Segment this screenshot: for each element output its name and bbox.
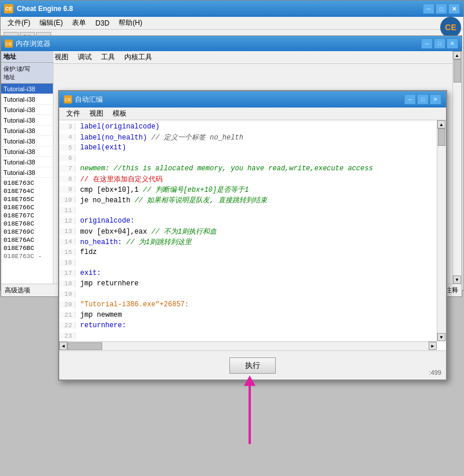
minimize-button[interactable]: ─ xyxy=(423,3,434,14)
code-line-12: 12 originalcode: xyxy=(59,216,446,226)
auto-asm-menu-template[interactable]: 模板 xyxy=(108,108,131,120)
addr-row: 018E76AC xyxy=(1,236,53,244)
list-item[interactable]: Tutorial-i38 xyxy=(1,126,53,136)
menu-table[interactable]: 表单 xyxy=(67,17,91,29)
code-line-18: 18 jmp returnhere xyxy=(59,278,446,289)
code-line-10: 10 je no_health // 如果相等说明是队友, 直接跳转到结束 xyxy=(59,195,446,205)
auto-asm-maximize-button[interactable]: □ xyxy=(417,94,429,105)
mem-browser-title: 内存浏览器 xyxy=(16,39,421,49)
auto-asm-menu-file[interactable]: 文件 xyxy=(62,108,85,120)
code-line-8: 8 // 在这里添加自定义代码 xyxy=(59,174,446,184)
mem-menu-debug[interactable]: 调试 xyxy=(73,51,96,63)
main-title: Cheat Engine 6.8 xyxy=(17,5,423,13)
mem-menu-view[interactable]: 视图 xyxy=(50,51,73,63)
code-line-4: 4 label(no_health) // 定义一个标签 no_helth xyxy=(59,132,446,142)
code-line-6: 6 xyxy=(59,153,446,163)
code-line-16: 16 xyxy=(59,257,446,268)
scroll-right-btn[interactable]: ► xyxy=(429,342,437,350)
code-line-11: 11 xyxy=(59,205,446,216)
main-menu-bar: 文件(F) 编辑(E) 表单 D3D 帮助(H) xyxy=(1,17,463,30)
mem-menu-tools[interactable]: 工具 xyxy=(96,51,120,63)
auto-asm-code-area[interactable]: 3 label(originalcode) 4 label(no_health)… xyxy=(59,120,446,350)
menu-file[interactable]: 文件(F) xyxy=(3,17,35,29)
scroll-down-button[interactable]: ▼ xyxy=(453,275,461,284)
list-item[interactable]: Tutorial-i38 xyxy=(1,115,53,126)
auto-asm-close-button[interactable]: ✕ xyxy=(430,94,441,105)
scroll-thumb[interactable] xyxy=(454,59,461,83)
main-title-bar: CE Cheat Engine 6.8 ─ □ ✕ xyxy=(1,1,463,17)
code-scrollbar-h[interactable]: ◄ ► xyxy=(59,341,437,350)
auto-asm-title-bar: CE 自动汇编 ─ □ ✕ xyxy=(59,91,446,108)
code-line-15: 15 fldz xyxy=(59,247,446,257)
code-line-19: 19 xyxy=(59,289,446,299)
list-item[interactable]: Tutorial-i38 xyxy=(1,167,53,178)
close-button[interactable]: ✕ xyxy=(448,3,460,14)
list-item[interactable]: Tutorial-i38 xyxy=(1,94,53,105)
code-line-5: 5 label(exit) xyxy=(59,142,446,153)
code-line-17: 17 exit: xyxy=(59,268,446,278)
code-line-13: 13 mov [ebx+04],eax // 不为1则执行和血 xyxy=(59,226,446,237)
scroll-up-btn[interactable]: ▲ xyxy=(437,120,445,128)
mem-close-button[interactable]: ✕ xyxy=(447,38,458,49)
code-line-20: 20 "Tutorial-i386.exe"+26857: xyxy=(59,299,446,310)
addr-row: 018E764C xyxy=(1,187,53,195)
addr-row: 018E769C xyxy=(1,228,53,236)
address-header: 地址 xyxy=(1,51,53,63)
auto-asm-menu-view[interactable]: 视图 xyxy=(85,108,108,120)
scroll-up-button[interactable]: ▲ xyxy=(453,51,461,59)
list-item[interactable]: Tutorial-i38 xyxy=(1,105,53,115)
auto-asm-menu-bar: 文件 视图 模板 xyxy=(59,108,446,120)
arrow-shaft xyxy=(249,386,251,444)
list-item[interactable]: Tutorial-i38 xyxy=(1,146,53,157)
bottom-address-list: 018E763C 018E764C 018E765C 018E766C 018E… xyxy=(1,179,53,284)
ce-logo: CE xyxy=(440,17,461,38)
code-editor[interactable]: 3 label(originalcode) 4 label(no_health)… xyxy=(59,120,446,350)
auto-asm-icon: CE xyxy=(64,95,72,103)
addr-row: 018E763C xyxy=(1,179,53,187)
addr-row: 018E766C xyxy=(1,203,53,212)
code-line-14: 14 no_health: // 为1则跳转到这里 xyxy=(59,237,446,247)
mem-minimize-button[interactable]: ─ xyxy=(421,38,433,49)
mem-maximize-button[interactable]: □ xyxy=(434,38,445,49)
scroll-down-btn[interactable]: ▼ xyxy=(437,333,445,341)
code-line-3: 3 label(originalcode) xyxy=(59,121,446,132)
auto-asm-title-text: 自动汇编 xyxy=(75,95,404,105)
menu-help[interactable]: 帮助(H) xyxy=(114,17,147,29)
status-code: :499 xyxy=(429,369,441,376)
mem-menu-bar: 文件 搜索 视图 调试 工具 内核工具 xyxy=(1,51,462,64)
mem-browser-title-bar: CE 内存浏览器 ─ □ ✕ xyxy=(1,36,462,51)
code-line-7: 7 newmem: //this is allocated memory, yo… xyxy=(59,163,446,174)
arrow-head xyxy=(244,375,256,386)
addr-row: 018E76BC xyxy=(1,244,53,252)
code-line-22: 22 returnhere: xyxy=(59,320,446,331)
code-scrollbar-v[interactable]: ▲ ▼ xyxy=(437,120,446,341)
scroll-left-btn[interactable]: ◄ xyxy=(59,342,67,350)
execute-button[interactable]: 执行 xyxy=(229,357,276,374)
auto-asm-minimize-button[interactable]: ─ xyxy=(404,94,416,105)
mem-menu-kernel[interactable]: 内核工具 xyxy=(120,51,157,63)
code-line-21: 21 jmp newmem xyxy=(59,310,446,320)
list-item[interactable]: Tutorial-i38 xyxy=(1,84,53,94)
scroll-thumb-v[interactable] xyxy=(438,128,445,146)
code-line-9: 9 cmp [ebx+10],1 // 判断编号[ebx+10]是否等于1 xyxy=(59,184,446,195)
auto-asm-dialog: CE 自动汇编 ─ □ ✕ 文件 视图 模板 3 label(originalc… xyxy=(58,90,447,381)
menu-edit[interactable]: 编辑(E) xyxy=(35,17,67,29)
scroll-thumb-h[interactable] xyxy=(67,342,102,350)
mem-browser-icon: CE xyxy=(5,40,13,48)
addr-row: 018E767C xyxy=(1,212,53,220)
addr-row: 018E765C xyxy=(1,195,53,203)
status-left: 高级选项 xyxy=(5,286,30,295)
list-item[interactable]: Tutorial-i38 xyxy=(1,136,53,146)
protection-header: 保护:读/写 地址 xyxy=(1,63,53,84)
code-line-23: 23 xyxy=(59,331,446,341)
main-scrollbar-v[interactable]: ▲ ▼ xyxy=(452,51,462,284)
addr-row: 018E768C xyxy=(1,220,53,228)
maximize-button[interactable]: □ xyxy=(436,3,447,14)
menu-d3d[interactable]: D3D xyxy=(91,18,114,28)
window-controls: ─ □ ✕ xyxy=(423,3,460,14)
addr-row-last: 018E763C - xyxy=(1,252,53,260)
app-icon: CE xyxy=(4,4,13,13)
list-item[interactable]: Tutorial-i38 xyxy=(1,157,53,167)
